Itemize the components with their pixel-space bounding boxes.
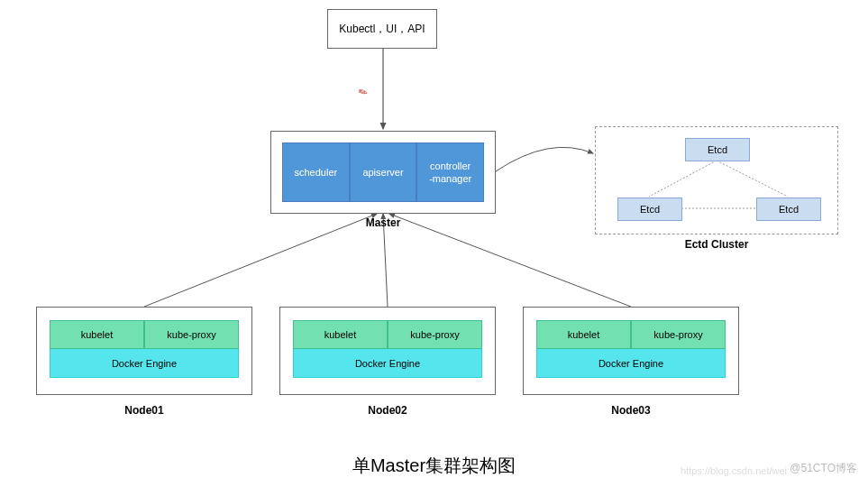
kubelet-box: kubelet — [293, 320, 388, 349]
watermark-51cto: @51CTO博客 — [790, 461, 857, 476]
kube-proxy-box: kube-proxy — [631, 320, 726, 349]
kube-proxy-box: kube-proxy — [388, 320, 482, 349]
kubelet-box: kubelet — [536, 320, 631, 349]
kube-proxy-box: kube-proxy — [144, 320, 239, 349]
master-label: Master — [270, 216, 496, 229]
docker-engine-box: Docker Engine — [293, 349, 482, 378]
kubelet-label: kubelet — [568, 329, 599, 340]
docker-engine-box: Docker Engine — [536, 349, 726, 378]
etcd-cluster-box: Etcd Etcd Etcd — [595, 126, 838, 234]
etcd-label: Etcd — [708, 144, 727, 155]
kube-proxy-label: kube-proxy — [410, 329, 459, 340]
kubelet-label: kubelet — [324, 329, 356, 340]
node-03-label: Node03 — [523, 404, 739, 417]
node-01-label: Node01 — [36, 404, 252, 417]
controller-manager-box: controller -manager — [416, 142, 484, 202]
node-03-box: kubelet kube-proxy Docker Engine — [523, 307, 739, 395]
apiserver-label: apiserver — [362, 166, 403, 179]
node-02-box: kubelet kube-proxy Docker Engine — [279, 307, 496, 395]
docker-label: Docker Engine — [598, 358, 663, 369]
master-box: scheduler apiserver controller -manager — [270, 131, 496, 214]
docker-engine-box: Docker Engine — [50, 349, 239, 378]
docker-label: Docker Engine — [112, 358, 177, 369]
node-01-box: kubelet kube-proxy Docker Engine — [36, 307, 252, 395]
watermark-csdn: https://blog.csdn.net/wei — [681, 465, 787, 476]
etcd-label: Etcd — [779, 204, 799, 215]
etcd-cluster-label: Ectd Cluster — [595, 238, 838, 251]
kube-proxy-label: kube-proxy — [653, 329, 702, 340]
controller-manager-label: controller -manager — [429, 160, 471, 186]
etcd-node-bottom-left: Etcd — [617, 198, 682, 221]
scheduler-label: scheduler — [294, 166, 337, 179]
node-02-label: Node02 — [279, 404, 496, 417]
etcd-label: Etcd — [640, 204, 660, 215]
etcd-node-bottom-right: Etcd — [756, 198, 821, 221]
client-box: Kubectl，UI，API — [327, 9, 437, 49]
docker-label: Docker Engine — [355, 358, 420, 369]
pencil-cursor-icon: ✎ — [357, 85, 370, 100]
kube-proxy-label: kube-proxy — [167, 329, 215, 340]
kubelet-label: kubelet — [81, 329, 113, 340]
etcd-node-top: Etcd — [685, 138, 750, 161]
apiserver-box: apiserver — [350, 142, 417, 202]
client-label: Kubectl，UI，API — [339, 22, 425, 37]
kubelet-box: kubelet — [50, 320, 144, 349]
scheduler-box: scheduler — [282, 142, 350, 202]
